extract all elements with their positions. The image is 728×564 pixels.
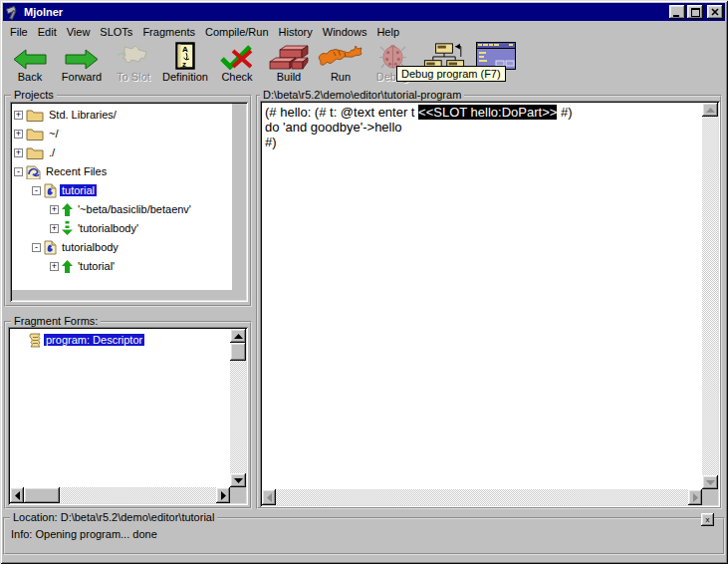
list-item-program-descriptor[interactable]: program: Descriptor (28, 331, 144, 349)
fragment-hscrollbar[interactable] (10, 487, 230, 503)
back-arrow-icon (13, 42, 47, 70)
menu-file[interactable]: File (5, 26, 33, 38)
close-button[interactable] (707, 5, 723, 19)
window-title: Mjolner (24, 6, 63, 18)
forward-button[interactable]: Forward (56, 42, 108, 86)
tree-item-tutorialbody[interactable]: - tutorialbody (32, 238, 121, 256)
check-x-icon (219, 42, 255, 70)
code-text[interactable]: (# hello: (# t: @text enter t <<SLOT hel… (265, 105, 700, 149)
menu-windows[interactable]: Windows (318, 26, 372, 38)
projects-hscroll-track[interactable] (12, 290, 232, 300)
projects-label: Projects (11, 89, 57, 101)
debug-tooltip: Debug program (F7) (396, 66, 506, 82)
menu-slots[interactable]: SLOTs (95, 26, 137, 38)
menu-view[interactable]: View (62, 26, 96, 38)
scroll-down-button[interactable] (230, 473, 246, 487)
expander-icon[interactable]: + (14, 111, 23, 120)
expander-icon[interactable]: - (32, 243, 41, 252)
definition-button[interactable]: Definition (159, 42, 211, 86)
expander-icon[interactable]: + (14, 130, 23, 139)
tree-item-betaenv[interactable]: + '~beta/basiclib/betaenv' (50, 200, 193, 218)
scroll-right-button[interactable] (216, 487, 230, 503)
editor-vscrollbar[interactable] (702, 103, 718, 489)
expander-icon[interactable]: + (50, 205, 59, 214)
expander-icon[interactable]: + (50, 224, 59, 233)
status-location: Location: D:\beta\r5.2\demo\editor\tutor… (10, 511, 217, 523)
tree-item-home[interactable]: + ~/ (14, 125, 60, 142)
hscroll-thumb[interactable] (24, 487, 60, 503)
beta-file-icon (44, 240, 57, 255)
menu-edit[interactable]: Edit (33, 26, 62, 38)
scroll-up-button[interactable] (702, 103, 718, 117)
scroll-left-button[interactable] (10, 487, 24, 503)
editor-path-label: D:\beta\r5.2\demo\editor\tutorial-progra… (260, 89, 464, 101)
scroll-right-button[interactable] (688, 489, 702, 505)
title-bar[interactable]: Mjolner (3, 3, 725, 21)
running-cat-icon (318, 42, 364, 70)
projects-tree[interactable]: + Std. Libraries/ + ~/ + ./ - Recent Fil… (10, 102, 248, 302)
app-hammer-icon (5, 5, 20, 20)
code-line-2: do 'and goodbye'->hello (265, 120, 700, 135)
menu-help[interactable]: Help (371, 26, 404, 38)
maximize-button[interactable] (687, 5, 703, 19)
arrow-up-icon (234, 334, 243, 339)
back-button[interactable]: Back (4, 42, 56, 86)
scrollbar-corner (702, 489, 718, 505)
tree-item-tutorial[interactable]: - tutorial (32, 181, 97, 199)
scrollbar-corner (230, 487, 246, 503)
arrow-down-icon (234, 478, 243, 483)
puzzle-icon (117, 42, 150, 70)
tree-item-tutorialbody-ref[interactable]: + 'tutorialbody' (50, 219, 140, 237)
run-button[interactable]: Run (315, 42, 366, 86)
editor-groupbox: D:\beta\r5.2\demo\editor\tutorial-progra… (256, 95, 722, 509)
arrow-left-icon (15, 491, 20, 500)
code-line-1: (# hello: (# t: @text enter t <<SLOT hel… (265, 105, 700, 120)
fragment-vscrollbar[interactable] (230, 329, 246, 487)
tree-item-std-libraries[interactable]: + Std. Libraries/ (14, 106, 119, 124)
code-line-3: #) (265, 135, 700, 149)
build-button[interactable]: Build (263, 42, 315, 86)
book-icon (175, 42, 195, 70)
menu-fragments[interactable]: Fragments (137, 26, 200, 38)
projects-vscroll-track[interactable] (232, 104, 246, 300)
projects-groupbox: Projects + Std. Libraries/ + ~/ + ./ - (4, 95, 252, 307)
status-close-button[interactable]: x (701, 513, 714, 526)
expander-icon[interactable]: + (50, 262, 59, 271)
code-editor[interactable]: (# hello: (# t: @text enter t <<SLOT hel… (260, 101, 720, 507)
expander-icon[interactable]: + (14, 148, 23, 157)
arrow-right-icon (693, 493, 698, 502)
scroll-down-button[interactable] (702, 475, 718, 489)
scroll-left-button[interactable] (262, 489, 276, 505)
forward-arrow-icon (65, 42, 99, 70)
minimize-button[interactable] (669, 5, 685, 19)
mjolner-window: Mjolner File Edit View SLOTs Fragments C… (0, 0, 728, 564)
folder-icon (26, 109, 44, 122)
check-button[interactable]: Check (211, 42, 263, 86)
menu-compile-run[interactable]: Compile/Run (200, 26, 274, 38)
vscroll-thumb[interactable] (230, 343, 246, 361)
expander-icon[interactable]: - (14, 167, 23, 176)
close-icon (711, 8, 719, 16)
slot-hello-dopart[interactable]: <<SLOT hello:DoPart>> (418, 105, 557, 120)
menu-history[interactable]: History (274, 26, 318, 38)
arrow-down-icon (706, 480, 715, 485)
scroll-up-button[interactable] (230, 329, 246, 343)
scroll-icon (28, 333, 41, 348)
expander-icon[interactable]: - (32, 186, 41, 195)
beta-file-icon (44, 183, 57, 198)
folder-icon (26, 128, 44, 141)
fragment-forms-list[interactable]: program: Descriptor (8, 327, 248, 505)
to-slot-button[interactable]: To Slot (108, 42, 159, 86)
menu-bar: File Edit View SLOTs Fragments Compile/R… (5, 23, 404, 40)
arrow-right-icon (221, 491, 226, 500)
bricks-icon (268, 42, 310, 70)
minimize-icon (673, 8, 681, 17)
folder-icon (26, 146, 44, 159)
maximize-icon (691, 8, 700, 17)
tree-item-current-dir[interactable]: + ./ (14, 143, 57, 161)
editor-hscrollbar[interactable] (262, 489, 702, 505)
tree-item-recent-files[interactable]: - Recent Files (14, 162, 109, 180)
beta-files-icon (26, 164, 41, 179)
arrow-left-icon (267, 493, 272, 502)
tree-item-tutorial-ref[interactable]: + 'tutorial' (50, 257, 117, 275)
